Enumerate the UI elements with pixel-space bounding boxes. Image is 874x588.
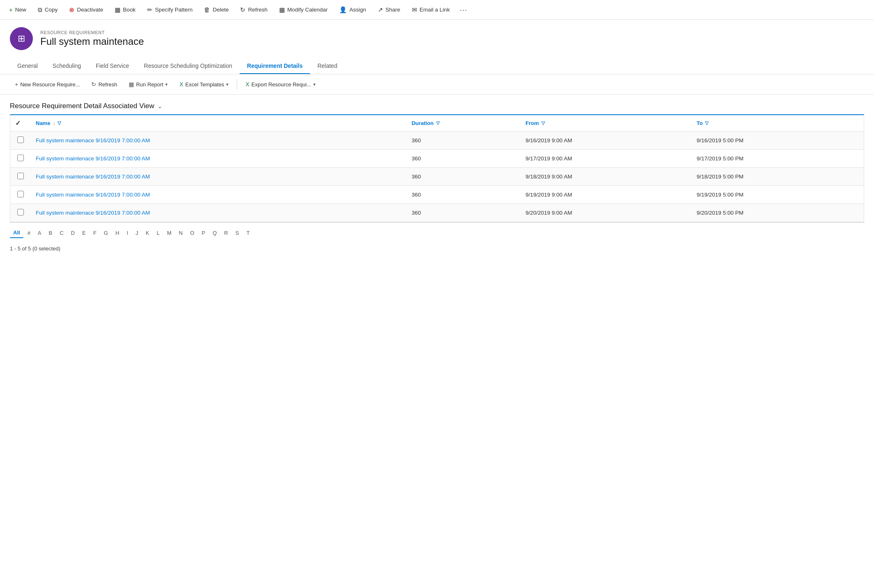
- alpha-item-l[interactable]: L: [153, 228, 163, 238]
- row-checkbox[interactable]: [17, 155, 24, 161]
- specify-pattern-button[interactable]: ✏ Specify Pattern: [141, 0, 199, 19]
- view-title-section: Resource Requirement Detail Associated V…: [0, 95, 874, 114]
- record-icon-glyph: ⊞: [18, 33, 25, 44]
- share-button[interactable]: ↗ Share: [372, 0, 406, 19]
- table-row: Full system maintenace 9/16/2019 7:00:00…: [10, 132, 864, 150]
- table-row: Full system maintenace 9/16/2019 7:00:00…: [10, 168, 864, 186]
- row-to-cell: 9/17/2019 5:00 PM: [692, 150, 864, 168]
- row-checkbox[interactable]: [17, 209, 24, 215]
- tab-field-service[interactable]: Field Service: [88, 58, 136, 74]
- assign-button[interactable]: 👤 Assign: [333, 0, 372, 19]
- row-to-cell: 9/16/2019 5:00 PM: [692, 132, 864, 150]
- row-from-cell: 9/18/2019 9:00 AM: [520, 168, 691, 186]
- alpha-item-n[interactable]: N: [176, 228, 186, 238]
- to-filter-icon[interactable]: ▽: [705, 120, 708, 126]
- row-checkbox-cell: [10, 150, 31, 168]
- alpha-item-e[interactable]: E: [79, 228, 89, 238]
- alpha-nav: All#ABCDEFGHIJKLMNOPQRST: [10, 228, 864, 238]
- tab-related[interactable]: Related: [310, 58, 345, 74]
- deactivate-button[interactable]: ⊗ Deactivate: [63, 0, 109, 19]
- specify-pattern-icon: ✏: [147, 6, 153, 14]
- name-column-header: Name ↑ ▽: [31, 115, 407, 132]
- refresh-icon: ↻: [240, 6, 245, 14]
- row-name-link[interactable]: Full system maintenace 9/16/2019 7:00:00…: [36, 210, 150, 216]
- alpha-item-g[interactable]: G: [101, 228, 111, 238]
- excel-templates-icon: X: [179, 81, 183, 88]
- toolbar-more-button[interactable]: ⋯: [455, 5, 471, 14]
- refresh-button[interactable]: ↻ Refresh: [234, 0, 273, 19]
- alpha-item-p[interactable]: P: [199, 228, 209, 238]
- row-to-cell: 9/20/2019 5:00 PM: [692, 204, 864, 222]
- row-duration-cell: 360: [407, 204, 520, 222]
- alpha-item-a[interactable]: A: [35, 228, 45, 238]
- export-resource-button[interactable]: X Export Resource Requi... ▾: [240, 79, 321, 90]
- run-report-icon: ▦: [129, 81, 134, 88]
- row-checkbox-cell: [10, 204, 31, 222]
- row-name-cell: Full system maintenace 9/16/2019 7:00:00…: [31, 132, 407, 150]
- alpha-item-j[interactable]: J: [132, 228, 142, 238]
- excel-templates-chevron: ▾: [226, 82, 229, 87]
- row-name-cell: Full system maintenace 9/16/2019 7:00:00…: [31, 168, 407, 186]
- from-filter-icon[interactable]: ▽: [541, 120, 545, 126]
- name-sort-icon[interactable]: ↑: [53, 121, 55, 126]
- row-name-link[interactable]: Full system maintenace 9/16/2019 7:00:00…: [36, 155, 150, 162]
- view-title: Resource Requirement Detail Associated V…: [10, 102, 154, 110]
- delete-button[interactable]: 🗑 Delete: [198, 0, 234, 19]
- book-button[interactable]: ▦ Book: [109, 0, 141, 19]
- alpha-item-d[interactable]: D: [68, 228, 78, 238]
- duration-filter-icon[interactable]: ▽: [436, 120, 439, 126]
- tab-general[interactable]: General: [10, 58, 45, 74]
- row-to-cell: 9/19/2019 5:00 PM: [692, 186, 864, 204]
- alpha-item-c[interactable]: C: [56, 228, 67, 238]
- select-all-checkmark[interactable]: ✓: [15, 120, 21, 127]
- alpha-item-t[interactable]: T: [243, 228, 253, 238]
- tab-scheduling[interactable]: Scheduling: [45, 58, 88, 74]
- row-checkbox[interactable]: [17, 173, 24, 179]
- modify-calendar-button[interactable]: ▦ Modify Calendar: [273, 0, 333, 19]
- row-name-link[interactable]: Full system maintenace 9/16/2019 7:00:00…: [36, 137, 150, 144]
- status-bar: 1 - 5 of 5 (0 selected): [10, 245, 864, 252]
- sub-toolbar: + New Resource Require... ↻ Refresh ▦ Ru…: [0, 74, 874, 95]
- row-checkbox-cell: [10, 132, 31, 150]
- pagination-section: All#ABCDEFGHIJKLMNOPQRST: [10, 222, 864, 243]
- deactivate-icon: ⊗: [69, 6, 74, 14]
- table-row: Full system maintenace 9/16/2019 7:00:00…: [10, 186, 864, 204]
- alpha-item-m[interactable]: M: [164, 228, 175, 238]
- modify-calendar-icon: ▦: [279, 6, 285, 14]
- row-name-cell: Full system maintenace 9/16/2019 7:00:00…: [31, 204, 407, 222]
- alpha-item-i[interactable]: I: [123, 228, 132, 238]
- row-checkbox[interactable]: [17, 137, 24, 143]
- name-filter-icon[interactable]: ▽: [58, 120, 61, 126]
- share-icon: ↗: [378, 6, 383, 14]
- alpha-item-k[interactable]: K: [142, 228, 153, 238]
- view-title-chevron[interactable]: ⌄: [157, 103, 162, 109]
- alpha-item-#[interactable]: #: [24, 228, 34, 238]
- tab-navigation: General Scheduling Field Service Resourc…: [0, 58, 874, 74]
- alpha-item-s[interactable]: S: [232, 228, 243, 238]
- row-duration-cell: 360: [407, 150, 520, 168]
- excel-templates-button[interactable]: X Excel Templates ▾: [174, 79, 234, 90]
- alpha-item-r[interactable]: R: [221, 228, 231, 238]
- row-name-link[interactable]: Full system maintenace 9/16/2019 7:00:00…: [36, 192, 150, 198]
- new-resource-require-button[interactable]: + New Resource Require...: [10, 79, 85, 90]
- alpha-item-q[interactable]: Q: [209, 228, 220, 238]
- from-column-header: From ▽: [520, 115, 691, 132]
- email-link-button[interactable]: ✉ Email a Link: [406, 0, 456, 19]
- tab-requirement-details[interactable]: Requirement Details: [240, 58, 310, 74]
- new-icon: +: [9, 6, 13, 13]
- alpha-item-b[interactable]: B: [46, 228, 56, 238]
- export-icon: X: [245, 81, 249, 88]
- record-info: RESOURCE REQUIREMENT Full system mainten…: [40, 30, 144, 47]
- run-report-button[interactable]: ▦ Run Report ▾: [124, 79, 173, 90]
- alpha-item-f[interactable]: F: [90, 228, 100, 238]
- row-from-cell: 9/20/2019 9:00 AM: [520, 204, 691, 222]
- alpha-item-all[interactable]: All: [10, 228, 23, 238]
- row-checkbox[interactable]: [17, 191, 24, 197]
- alpha-item-h[interactable]: H: [112, 228, 123, 238]
- copy-button[interactable]: ⧉ Copy: [32, 0, 64, 19]
- row-name-link[interactable]: Full system maintenace 9/16/2019 7:00:00…: [36, 174, 150, 180]
- alpha-item-o[interactable]: O: [187, 228, 197, 238]
- sub-refresh-button[interactable]: ↻ Refresh: [86, 79, 122, 90]
- new-button[interactable]: + New: [3, 0, 32, 19]
- tab-resource-scheduling-optimization[interactable]: Resource Scheduling Optimization: [136, 58, 240, 74]
